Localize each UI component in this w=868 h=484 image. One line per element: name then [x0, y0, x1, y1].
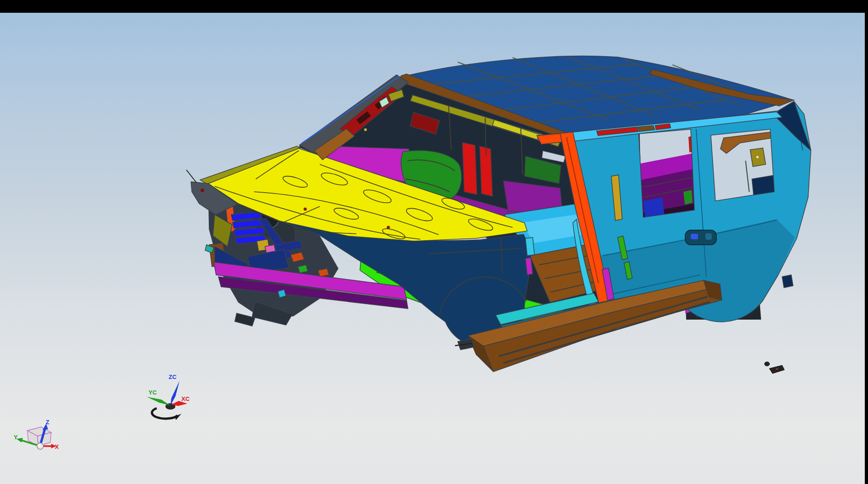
- window-right-frame-bar: [865, 0, 868, 484]
- fascia-cyan-bit: [278, 289, 286, 298]
- acs-z-label: Z: [46, 419, 49, 426]
- dash-beam-red[interactable]: [462, 142, 477, 195]
- hinge-pillar-cyan: [525, 237, 535, 256]
- hood-bumper-dot: [304, 208, 307, 211]
- cargo-green-bit: [683, 190, 693, 205]
- wcs-rotation-ring[interactable]: [152, 408, 178, 419]
- hood-bumper-dot-2: [387, 226, 390, 229]
- acs-origin-sphere[interactable]: [37, 443, 43, 449]
- debris-dot[interactable]: [765, 362, 770, 366]
- window-top-frame-bar: [0, 0, 868, 13]
- wcs-triad[interactable]: ZC YC XC: [147, 374, 190, 420]
- door-handle[interactable]: [685, 230, 716, 245]
- fascia-orange-bit-2: [318, 268, 329, 277]
- plate-hole: [757, 156, 759, 158]
- acs-y-label: Y: [14, 434, 18, 441]
- air-dam-tab: [235, 313, 255, 326]
- wcs-y-label: YC: [148, 389, 157, 396]
- handle-recess: [705, 233, 712, 240]
- handle-blue-bit: [691, 234, 698, 239]
- debris-red-speck: [776, 368, 778, 370]
- wcs-y-axis-arrow[interactable]: [147, 397, 170, 405]
- acs-triad[interactable]: Z Y X: [14, 419, 59, 450]
- acs-sphere-highlight: [38, 444, 41, 447]
- cap-red-dot: [201, 189, 204, 192]
- 3d-viewport[interactable]: ZC YC XC Z Y X: [0, 0, 868, 484]
- acs-x-label: X: [55, 443, 59, 450]
- rear-bracket: [782, 275, 793, 288]
- wcs-x-label: XC: [181, 395, 190, 402]
- fascia-green-bit: [298, 265, 308, 273]
- cap-whisker: [186, 170, 196, 183]
- cad-application-window: ZC YC XC Z Y X: [0, 0, 868, 484]
- a-pillar-bolt: [364, 128, 367, 131]
- cad-scene: ZC YC XC Z Y X: [0, 0, 868, 484]
- wcs-z-label: ZC: [169, 374, 177, 380]
- debris-parts[interactable]: [765, 362, 785, 374]
- wcs-ring-arrowhead: [175, 414, 181, 420]
